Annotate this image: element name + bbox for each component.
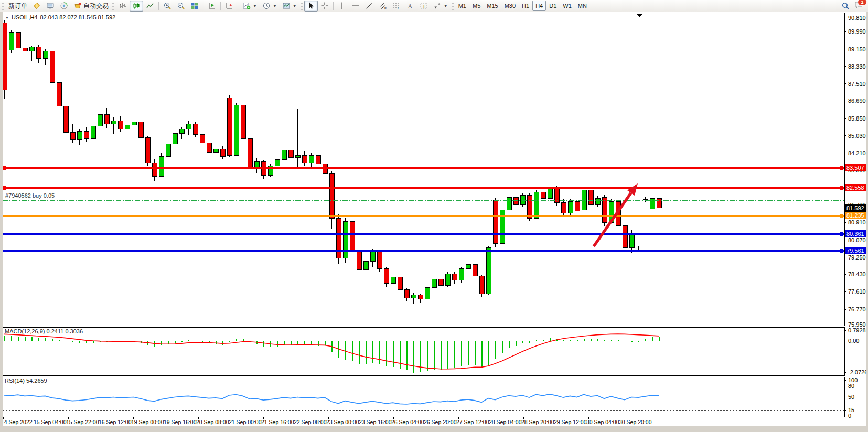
vertical-line-button[interactable]	[335, 1, 349, 12]
candlestick-icon	[132, 2, 141, 10]
svg-text:90.810: 90.810	[848, 15, 866, 21]
fibonacci-icon: F	[392, 2, 401, 10]
zoom-in-icon	[163, 2, 172, 10]
svg-text:15 Sep 22:00: 15 Sep 22:00	[66, 419, 99, 425]
chart-canvas[interactable]: 90.81089.99089.15088.33087.51086.69085.8…	[0, 0, 868, 432]
svg-text:-2.0726: -2.0726	[848, 369, 867, 375]
toolbar: 新订单 自动交易 ▼ ▼	[0, 0, 868, 12]
text-label-icon: T	[420, 2, 428, 10]
shift-chart-button[interactable]	[205, 1, 219, 12]
timeframe-h1[interactable]: H1	[519, 1, 532, 11]
svg-text:100: 100	[848, 377, 858, 383]
svg-text:81.592: 81.592	[846, 205, 864, 211]
chat-button[interactable]: 1	[854, 1, 864, 11]
svg-text:19 Sep 00:00: 19 Sep 00:00	[131, 419, 164, 425]
period-button[interactable]: ▼	[260, 1, 280, 12]
text-button[interactable]: A	[403, 1, 417, 12]
svg-text:80: 80	[848, 383, 854, 389]
crosshair-icon	[320, 2, 329, 10]
svg-text:14 Sep 2022: 14 Sep 2022	[1, 419, 33, 425]
svg-text:80.361: 80.361	[846, 231, 864, 237]
trendline-icon	[365, 2, 373, 10]
svg-text:88.330: 88.330	[848, 63, 866, 70]
svg-text:28 Sep 04:00: 28 Sep 04:00	[489, 419, 522, 425]
svg-text:78.430: 78.430	[848, 271, 866, 277]
cursor-button[interactable]	[304, 1, 318, 12]
svg-text:85.850: 85.850	[848, 115, 866, 122]
timeframe-h4[interactable]: H4	[532, 1, 546, 11]
svg-text:80.910: 80.910	[848, 219, 866, 225]
template-button[interactable]: ▼	[280, 1, 299, 12]
tile-windows-button[interactable]	[188, 1, 201, 12]
template-icon	[282, 2, 291, 10]
svg-text:21 Sep 00:00: 21 Sep 00:00	[229, 419, 262, 425]
svg-text:28 Sep 20:00: 28 Sep 20:00	[521, 419, 554, 425]
timeframe-w1[interactable]: W1	[560, 1, 575, 11]
svg-text:20 Sep 08:00: 20 Sep 08:00	[196, 419, 229, 425]
crosshair-button[interactable]	[318, 1, 331, 12]
window-bottom-border	[0, 426, 868, 432]
svg-text:23 Sep 00:00: 23 Sep 00:00	[326, 419, 359, 425]
line-chart-button[interactable]	[143, 1, 157, 12]
monitor-icon	[46, 2, 55, 10]
svg-text:83.507: 83.507	[846, 165, 864, 171]
svg-text:F: F	[398, 6, 400, 10]
svg-text:27 Sep 12:00: 27 Sep 12:00	[456, 419, 489, 425]
svg-text:84.210: 84.210	[848, 150, 866, 156]
svg-text:86.690: 86.690	[848, 98, 866, 104]
disc-icon	[60, 2, 68, 10]
svg-text:21 Sep 16:00: 21 Sep 16:00	[261, 419, 294, 425]
channel-button[interactable]: E	[376, 1, 390, 12]
svg-text:30 Sep 04:00: 30 Sep 04:00	[586, 419, 619, 425]
timeframe-m15[interactable]: M15	[484, 1, 501, 11]
timeframe-m1[interactable]: M1	[455, 1, 469, 11]
charts-window-button[interactable]	[44, 1, 57, 12]
tile-windows-icon	[190, 2, 199, 10]
chevron-down-icon: ▼	[444, 4, 448, 8]
svg-text:26 Sep 20:00: 26 Sep 20:00	[424, 419, 457, 425]
autotrade-label: 自动交易	[83, 2, 109, 10]
svg-text:50: 50	[848, 394, 854, 400]
svg-text:22 Sep 08:00: 22 Sep 08:00	[294, 419, 327, 425]
arrows-button[interactable]: ▼	[431, 1, 451, 12]
timeframe-mn[interactable]: MN	[575, 1, 590, 11]
new-chart-button[interactable]: ▼	[240, 1, 260, 12]
svg-text:0.00: 0.00	[848, 338, 859, 344]
bar-chart-icon	[119, 2, 127, 10]
svg-text:15 Sep 04:00: 15 Sep 04:00	[34, 419, 67, 425]
timeframe-d1[interactable]: D1	[546, 1, 560, 11]
search-icon	[841, 2, 850, 10]
svg-text:81.235: 81.235	[846, 212, 864, 219]
market-watch-button[interactable]	[30, 1, 44, 12]
trendline-button[interactable]	[362, 1, 376, 12]
horizontal-line-icon	[351, 2, 360, 10]
autotrade-button[interactable]: 自动交易	[71, 1, 111, 12]
svg-text:0: 0	[848, 413, 851, 419]
bar-chart-button[interactable]	[116, 1, 130, 12]
svg-text:26 Sep 04:00: 26 Sep 04:00	[391, 419, 424, 425]
candlestick-button[interactable]	[130, 1, 143, 12]
svg-text:A: A	[408, 3, 412, 10]
svg-text:80.070: 80.070	[848, 237, 866, 243]
autoscroll-button[interactable]	[222, 1, 236, 12]
svg-text:79.561: 79.561	[846, 247, 864, 254]
svg-text:T: T	[422, 4, 425, 9]
svg-text:0.7928: 0.7928	[848, 327, 866, 333]
zoom-out-button[interactable]	[174, 1, 188, 12]
svg-text:16 Sep 12:00: 16 Sep 12:00	[99, 419, 132, 425]
timeframe-m30[interactable]: M30	[501, 1, 519, 11]
fibonacci-button[interactable]: F	[390, 1, 403, 12]
text-label-button[interactable]: T	[417, 1, 431, 12]
horizontal-line-button[interactable]	[349, 1, 362, 12]
svg-text:79.250: 79.250	[848, 254, 866, 261]
svg-text:E: E	[384, 7, 387, 10]
signals-button[interactable]	[57, 1, 71, 12]
vertical-line-icon	[338, 2, 346, 10]
chat-badge: 1	[858, 0, 867, 6]
timeframe-group: M1M5M15M30H1H4D1W1MN	[455, 1, 590, 11]
search-button[interactable]	[839, 1, 852, 12]
svg-text:77.610: 77.610	[848, 288, 866, 295]
new-order-button[interactable]: 新订单	[6, 1, 30, 12]
timeframe-m5[interactable]: M5	[469, 1, 484, 11]
zoom-in-button[interactable]	[160, 1, 174, 12]
